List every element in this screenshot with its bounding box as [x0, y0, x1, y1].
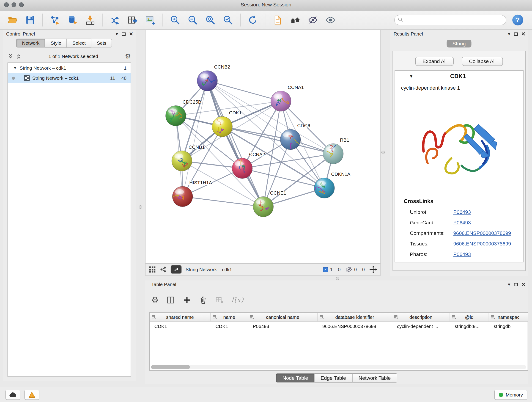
column-header[interactable]: canonical name — [248, 313, 318, 322]
show-columns-icon[interactable] — [166, 296, 175, 305]
annotation-document-button[interactable] — [270, 12, 285, 28]
crosslink-link[interactable]: P06493 — [453, 220, 471, 225]
search-input[interactable] — [405, 17, 503, 23]
table-cell[interactable]: CDK1 — [150, 322, 211, 331]
collapse-all-button[interactable]: Collapse All — [462, 57, 503, 66]
export-image-button[interactable] — [143, 12, 158, 28]
hidden-eye-icon[interactable] — [345, 266, 352, 273]
cloud-button[interactable] — [6, 390, 20, 400]
zoom-selected-button[interactable] — [220, 12, 236, 28]
splitter-handle[interactable] — [381, 151, 385, 154]
panel-menu-icon[interactable]: ▾ — [508, 32, 510, 36]
import-network-database-button[interactable] — [65, 12, 80, 28]
table-cell[interactable]: P06493 — [248, 322, 318, 331]
open-session-button[interactable] — [5, 12, 20, 28]
horizontal-scrollbar[interactable] — [151, 365, 526, 369]
close-panel-icon[interactable]: × — [129, 31, 133, 37]
crosslink-link[interactable]: P06493 — [453, 251, 471, 257]
network-overview-icon[interactable] — [160, 266, 167, 273]
zoom-out-button[interactable] — [185, 12, 201, 28]
tab-style[interactable]: Style — [45, 39, 67, 48]
grid-view-icon[interactable] — [149, 266, 156, 273]
tab-node-table[interactable]: Node Table — [276, 373, 315, 383]
panel-menu-icon[interactable]: ▾ — [116, 32, 118, 36]
column-header[interactable]: name — [211, 313, 248, 322]
column-header[interactable]: shared name — [150, 313, 211, 322]
network-node[interactable]: CDK1 — [212, 110, 242, 137]
table-gear-icon[interactable]: ⚙ — [151, 295, 158, 305]
network-edge[interactable] — [183, 196, 263, 206]
import-network-file-button[interactable] — [47, 12, 63, 28]
tab-network[interactable]: Network — [16, 39, 45, 48]
network-edge[interactable] — [242, 168, 324, 188]
detach-view-button[interactable] — [171, 265, 181, 274]
float-panel-icon[interactable] — [514, 32, 518, 36]
collapse-triangle-icon[interactable]: ▼ — [409, 74, 413, 79]
network-node[interactable]: CCNB1 — [172, 144, 205, 171]
help-button[interactable]: ? — [512, 14, 523, 25]
save-session-button[interactable] — [22, 12, 38, 28]
expand-all-icon[interactable] — [16, 53, 22, 60]
add-column-icon[interactable] — [182, 296, 191, 305]
import-table-button[interactable] — [82, 12, 98, 28]
crosslink-link[interactable]: 9606.ENSP00000378699 — [453, 230, 511, 236]
search-field[interactable] — [394, 15, 506, 25]
selected-checkbox-icon[interactable]: ✓ — [323, 267, 328, 272]
network-view-canvas[interactable]: CCNB2CCNA1CDC25BCDK1CDC6RB1CCNB1CCNA2CDK… — [145, 30, 381, 263]
expand-all-button[interactable]: Expand All — [415, 57, 454, 66]
network-collection-row[interactable]: ▼ String Network – cdk1 1 — [8, 63, 131, 73]
float-panel-icon[interactable] — [514, 282, 518, 287]
table-row[interactable]: CDK1 CDK1 P06493 9606.ENSP00000378699 cy… — [150, 322, 528, 331]
hide-selected-button[interactable] — [305, 12, 321, 28]
export-table-button[interactable] — [125, 12, 140, 28]
crosslink-link[interactable]: 9606.ENSP00000378699 — [453, 241, 511, 246]
collapse-all-icon[interactable] — [7, 53, 14, 60]
table-cell[interactable]: cyclin-dependent ... — [392, 322, 450, 331]
table-cell[interactable]: CDK1 — [211, 322, 248, 331]
tab-sets[interactable]: Sets — [91, 39, 112, 48]
table-cell[interactable]: 9606.ENSP00000378699 — [317, 322, 392, 331]
zoom-in-button[interactable] — [167, 12, 183, 28]
close-panel-icon[interactable]: × — [521, 281, 525, 287]
export-network-button[interactable] — [107, 12, 123, 28]
gear-icon[interactable]: ⚙ — [125, 52, 131, 61]
show-all-button[interactable] — [323, 12, 338, 28]
close-panel-icon[interactable]: × — [521, 31, 525, 37]
table-cell[interactable]: stringdb:9... — [450, 322, 489, 331]
delete-column-icon[interactable] — [199, 296, 208, 305]
network-edge[interactable] — [183, 81, 207, 196]
panel-menu-icon[interactable]: ▾ — [508, 282, 510, 287]
tab-string[interactable]: String — [447, 40, 471, 47]
tab-edge-table[interactable]: Edge Table — [315, 373, 353, 383]
network-node[interactable]: CCNA1 — [271, 85, 304, 111]
splitter-handle[interactable] — [139, 205, 142, 209]
splitter-handle[interactable] — [336, 277, 339, 280]
fit-selection-crosshair-icon[interactable] — [370, 266, 377, 274]
column-header[interactable]: database identifier — [317, 313, 392, 322]
crosslink-link[interactable]: P06493 — [453, 209, 471, 215]
apply-layout-button[interactable] — [245, 12, 260, 28]
column-header[interactable]: description — [392, 313, 450, 322]
column-header[interactable]: @id — [450, 313, 489, 322]
protein-section-header[interactable]: ▼ CDK1 — [395, 70, 523, 82]
column-header[interactable]: namespac — [489, 313, 528, 322]
tab-network-table[interactable]: Network Table — [352, 373, 397, 383]
warnings-button[interactable] — [25, 390, 39, 400]
tab-select[interactable]: Select — [67, 39, 91, 48]
home-button[interactable] — [287, 12, 303, 28]
scrollbar-thumb[interactable] — [151, 365, 190, 369]
network-node[interactable]: HIST1H1A — [170, 180, 212, 207]
network-node[interactable]: CDC6 — [280, 123, 310, 150]
network-node[interactable]: RB1 — [323, 137, 349, 164]
network-node[interactable]: CCNB2 — [197, 64, 230, 91]
collection-count: 1 — [124, 65, 127, 70]
float-panel-icon[interactable] — [121, 32, 126, 36]
network-node[interactable]: CDKN1A — [314, 172, 350, 198]
collapse-triangle-icon[interactable]: ▼ — [13, 66, 17, 70]
network-row[interactable]: String Network – cdk1 11 48 — [8, 73, 131, 83]
network-node[interactable]: CDC25B — [166, 99, 201, 126]
zoom-fit-button[interactable] — [203, 12, 218, 28]
memory-button[interactable]: Memory — [494, 390, 527, 400]
network-edge[interactable] — [207, 81, 263, 206]
table-cell[interactable]: stringdb — [489, 322, 528, 331]
